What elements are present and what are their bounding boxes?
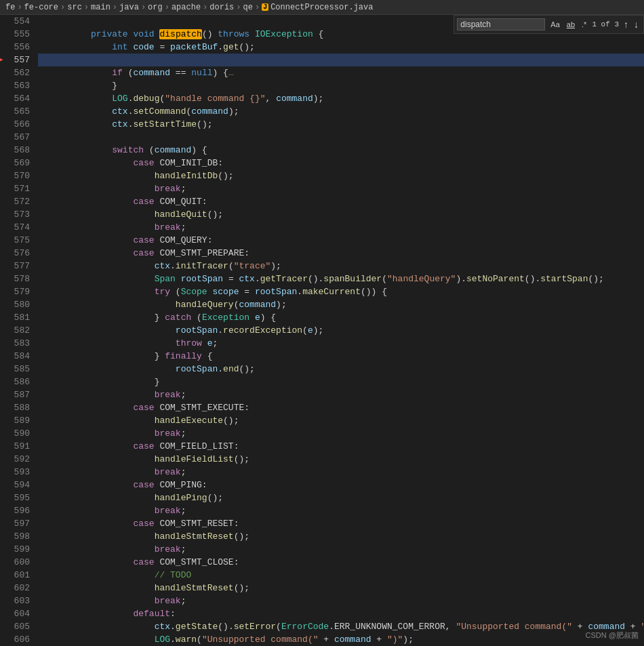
code-line-605: LOG.warn("Unsupported command(" + comman… [38, 620, 644, 633]
line-num-591: 591 [5, 440, 30, 453]
breadcrumb-org[interactable]: org [148, 3, 163, 12]
breadcrumb-java[interactable]: java [119, 3, 139, 12]
line-num-573: 573 [5, 208, 30, 221]
line-num-557: ▶ 557 [5, 54, 30, 66]
line-num-555: 555 [5, 28, 30, 41]
match-case-button[interactable]: Aa [548, 19, 562, 30]
line-num-605: 605 [5, 620, 30, 633]
line-num-598: 598 [5, 530, 30, 543]
code-line-571: case COM_QUIT: [38, 182, 644, 195]
code-line-572: handleQuit(); [38, 195, 644, 208]
line-num-567: 567 [5, 131, 30, 144]
line-num-599: 599 [5, 543, 30, 556]
line-num-570: 570 [5, 169, 30, 182]
search-prev-button[interactable]: ↑ [622, 19, 630, 30]
line-num-579: 579 [5, 285, 30, 298]
line-num-593: 593 [5, 466, 30, 479]
line-num-589: 589 [5, 414, 30, 427]
search-next-button[interactable]: ↓ [632, 19, 641, 30]
search-count: 1 of 3 [592, 20, 619, 28]
code-line-606: break; [38, 633, 644, 646]
breadcrumb-file[interactable]: ConnectProcessor.java [270, 3, 373, 12]
code-line-568: case COM_INIT_DB: [38, 144, 644, 157]
line-num-592: 592 [5, 453, 30, 466]
line-num-601: 601 [5, 569, 30, 582]
code-line-598: break; [38, 530, 644, 543]
code-line-578: try (Scope scope = rootSpan.makeCurrent(… [38, 272, 644, 285]
code-line-603: default: [38, 594, 644, 607]
line-num-590: 590 [5, 427, 30, 440]
java-file-icon: J [262, 3, 268, 11]
code-line-585: } [38, 363, 644, 376]
line-num-595: 595 [5, 491, 30, 504]
code-line-563: LOG.debug("handle command {}", command); [38, 79, 644, 92]
line-num-596: 596 [5, 504, 30, 517]
line-num-603: 603 [5, 594, 30, 607]
breadcrumb-main[interactable]: main [91, 3, 110, 12]
code-line-604: ctx.getState().setError(ErrorCode.ERR_UN… [38, 607, 644, 620]
code-line-583: } finally { [38, 337, 644, 350]
code-line-564: ctx.setCommand(command); [38, 92, 644, 105]
breadcrumb-src[interactable]: src [67, 3, 82, 12]
code-line-600: // TODO [38, 556, 644, 569]
match-whole-word-button[interactable]: ab [564, 19, 578, 30]
line-num-606: 606 [5, 633, 30, 646]
code-line-601: handleStmtReset(); [38, 569, 644, 582]
code-line-597: handleStmtReset(); [38, 517, 644, 530]
code-line-565: ctx.setStartTime(); [38, 105, 644, 118]
line-num-582: 582 [5, 324, 30, 337]
code-line-557: if (command == null) {… [38, 54, 644, 66]
code-line-593: case COM_PING: [38, 466, 644, 479]
search-bar: Aa ab .* 1 of 3 ↑ ↓ [454, 15, 644, 34]
code-line-587: case COM_STMT_EXECUTE: [38, 388, 644, 401]
breadcrumb-doris[interactable]: doris [209, 3, 234, 12]
search-input[interactable] [457, 18, 545, 31]
line-num-578: 578 [5, 272, 30, 285]
line-numbers: 554 555 556 ▶ 557 562 563 564 565 566 56… [0, 15, 35, 646]
code-line-556: MysqlCommand command = MysqlCommand.from… [38, 41, 644, 54]
breadcrumb-apache[interactable]: apache [172, 3, 201, 12]
line-num-580: 580 [5, 298, 30, 311]
code-line-602: break; [38, 582, 644, 594]
breadcrumb: fe › fe-core › src › main › java › org ›… [0, 0, 644, 15]
line-num-597: 597 [5, 517, 30, 530]
line-num-565: 565 [5, 105, 30, 118]
code-line-596: case COM_STMT_RESET: [38, 504, 644, 517]
line-num-588: 588 [5, 401, 30, 414]
line-num-572: 572 [5, 195, 30, 208]
search-options: Aa ab .* [548, 19, 589, 30]
breadcrumb-qe[interactable]: qe [243, 3, 253, 12]
line-num-587: 587 [5, 388, 30, 401]
line-num-581: 581 [5, 311, 30, 324]
code-line-584: rootSpan.end(); [38, 350, 644, 363]
code-line-590: case COM_FIELD_LIST: [38, 427, 644, 440]
line-num-568: 568 [5, 144, 30, 157]
code-line-579: handleQuery(command); [38, 285, 644, 298]
code-line-582: throw e; [38, 324, 644, 337]
line-num-563: 563 [5, 79, 30, 92]
line-num-594: 594 [5, 479, 30, 491]
use-regex-button[interactable]: .* [579, 19, 589, 30]
code-line-567: switch (command) { [38, 131, 644, 144]
line-num-569: 569 [5, 157, 30, 169]
arrow-indicator: ▶ [0, 54, 3, 66]
line-num-585: 585 [5, 363, 30, 376]
line-num-562: 562 [5, 66, 30, 79]
breadcrumb-fe[interactable]: fe [5, 3, 15, 12]
code-line-581: rootSpan.recordException(e); [38, 311, 644, 324]
line-num-586: 586 [5, 376, 30, 388]
code-area[interactable]: private void dispatch() throws IOExcepti… [35, 15, 644, 646]
code-line-588: handleExecute(); [38, 401, 644, 414]
line-num-564: 564 [5, 92, 30, 105]
line-num-576: 576 [5, 247, 30, 260]
line-num-554: 554 [5, 15, 30, 28]
code-line-591: handleFieldList(); [38, 440, 644, 453]
code-line-594: handlePing(); [38, 479, 644, 491]
breadcrumb-fe-core[interactable]: fe-core [24, 3, 58, 12]
line-num-584: 584 [5, 350, 30, 363]
code-line-562: } [38, 66, 644, 79]
line-num-575: 575 [5, 234, 30, 247]
editor: 554 555 556 ▶ 557 562 563 564 565 566 56… [0, 15, 644, 646]
line-num-556: 556 [5, 41, 30, 54]
code-line-580: } catch (Exception e) { [38, 298, 644, 311]
